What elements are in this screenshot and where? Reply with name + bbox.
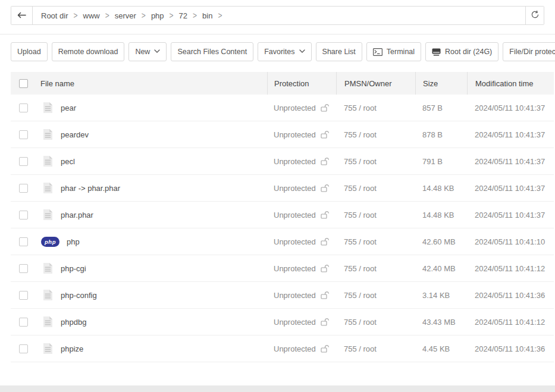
file-name-link[interactable]: phar -> phar.phar <box>61 184 120 193</box>
breadcrumb-separator-icon: > <box>142 11 146 20</box>
protection-cell: Unprotected <box>267 148 336 174</box>
unlock-icon[interactable] <box>321 158 330 165</box>
file-name-link[interactable]: phpize <box>61 344 83 353</box>
size-value: 4.45 KB <box>415 335 467 362</box>
chevron-down-icon <box>299 49 305 53</box>
breadcrumb-item-72[interactable]: 72 <box>179 11 187 20</box>
unlock-icon[interactable] <box>321 345 330 353</box>
back-button[interactable] <box>11 7 33 24</box>
modification-time-value: 2024/05/11 10:41:12 <box>467 255 554 281</box>
unlock-icon[interactable] <box>321 104 330 112</box>
new-button[interactable]: New <box>128 42 167 61</box>
file-row-phpdbg: phpdbgUnprotected755 / root43.43 MB2024/… <box>11 309 554 335</box>
protection-cell: Unprotected <box>267 121 336 148</box>
size-value: 14.48 KB <box>415 202 467 228</box>
share-list-button[interactable]: Share List <box>316 42 362 61</box>
unlock-icon[interactable] <box>321 238 330 246</box>
size-value: 43.43 MB <box>415 309 467 335</box>
breadcrumb: Root dir>www>server>php>72>bin> <box>33 7 525 24</box>
row-checkbox[interactable] <box>19 184 28 193</box>
file-name-cell: phpize <box>36 335 267 362</box>
upload-button[interactable]: Upload <box>11 42 48 61</box>
row-checkbox-cell <box>11 255 36 281</box>
file-name-link[interactable]: php-config <box>61 291 97 300</box>
unlock-icon[interactable] <box>321 291 330 299</box>
file-table: File name Protection PMSN/Owner Size Mod… <box>11 72 554 362</box>
file-name-cell: peardev <box>36 121 267 148</box>
toolbar: UploadRemote downloadNewSearch Files Con… <box>11 42 555 61</box>
protection-cell: Unprotected <box>267 309 336 335</box>
file-name-link[interactable]: phar.phar <box>61 211 93 219</box>
row-checkbox[interactable] <box>19 291 28 300</box>
breadcrumb-item-root-dir[interactable]: Root dir <box>41 11 68 20</box>
pmsn-owner-value: 755 / root <box>336 335 415 362</box>
breadcrumb-item-www[interactable]: www <box>83 11 100 20</box>
protection-cell: Unprotected <box>267 228 336 255</box>
row-checkbox[interactable] <box>19 264 28 273</box>
unlock-icon[interactable] <box>321 211 330 219</box>
protection-cell: Unprotected <box>267 95 336 121</box>
row-checkbox[interactable] <box>19 318 28 327</box>
search-files-content-button[interactable]: Search Files Content <box>171 42 253 61</box>
horizontal-scrollbar[interactable] <box>0 385 555 392</box>
modification-time-value: 2024/05/11 10:41:37 <box>467 148 554 174</box>
file-name-link[interactable]: php-cgi <box>61 264 86 273</box>
protection-status: Unprotected <box>274 184 316 193</box>
modification-time-value: 2024/05/11 10:41:36 <box>467 282 554 308</box>
row-checkbox[interactable] <box>19 237 28 246</box>
unlock-icon[interactable] <box>321 131 330 139</box>
button-label: Search Files Content <box>177 48 247 56</box>
breadcrumb-separator-icon: > <box>105 11 109 20</box>
button-label: Upload <box>17 48 41 56</box>
favorites-button[interactable]: Favorites <box>258 42 311 61</box>
unlock-icon[interactable] <box>321 318 330 326</box>
row-checkbox[interactable] <box>19 130 28 139</box>
pmsn-owner-value: 755 / root <box>336 121 415 148</box>
column-header-pmsn-owner[interactable]: PMSN/Owner <box>336 72 415 95</box>
column-header-file-name[interactable]: File name <box>36 72 267 95</box>
file-name-link[interactable]: php <box>67 237 80 246</box>
file-name-link[interactable]: phpdbg <box>61 318 86 327</box>
terminal-button[interactable]: Terminal <box>366 42 421 61</box>
breadcrumb-separator-icon: > <box>193 11 197 20</box>
file-name-cell: phar.phar <box>36 202 267 228</box>
file-name-link[interactable]: pear <box>61 104 76 112</box>
refresh-button[interactable] <box>525 7 544 24</box>
file-name-link[interactable]: pecl <box>61 157 75 166</box>
unlock-icon[interactable] <box>321 184 330 192</box>
modification-time-value: 2024/05/11 10:41:37 <box>467 202 554 228</box>
select-all-checkbox[interactable] <box>19 79 28 88</box>
protection-status: Unprotected <box>274 318 316 327</box>
file-row-phar-phar: phar.pharUnprotected755 / root14.48 KB20… <box>11 202 554 228</box>
breadcrumb-item-php[interactable]: php <box>151 11 164 20</box>
php-logo-icon: php <box>41 237 59 247</box>
row-checkbox-cell <box>11 148 36 174</box>
row-checkbox[interactable] <box>19 157 28 166</box>
column-header-size[interactable]: Size <box>415 72 467 95</box>
unlock-icon[interactable] <box>321 265 330 272</box>
remote-download-button[interactable]: Remote download <box>52 42 125 61</box>
button-label: New <box>135 48 150 56</box>
button-label: Root dir (24G) <box>445 48 492 56</box>
breadcrumb-separator-icon: > <box>170 11 174 20</box>
pmsn-owner-value: 755 / root <box>336 175 415 201</box>
protection-status: Unprotected <box>274 211 316 219</box>
column-header-protection[interactable]: Protection <box>267 72 336 95</box>
breadcrumb-separator-icon: > <box>218 11 222 20</box>
protection-status: Unprotected <box>274 264 316 273</box>
file-name-link[interactable]: peardev <box>61 130 89 139</box>
size-value: 42.40 MB <box>415 255 467 281</box>
file-dir-protection-button[interactable]: File/Dir protection <box>503 42 555 61</box>
row-checkbox-cell <box>11 335 36 362</box>
modification-time-value: 2024/05/11 10:41:36 <box>467 335 554 362</box>
breadcrumb-item-server[interactable]: server <box>115 11 136 20</box>
root-dir-24g-button[interactable]: Root dir (24G) <box>425 42 498 61</box>
file-row-phpize: phpizeUnprotected755 / root4.45 KB2024/0… <box>11 335 554 362</box>
file-icon <box>43 343 53 355</box>
breadcrumb-item-bin[interactable]: bin <box>202 11 212 20</box>
column-header-modification-time[interactable]: Modification time <box>467 72 554 95</box>
header-checkbox-cell <box>11 72 36 95</box>
row-checkbox[interactable] <box>19 211 28 219</box>
row-checkbox[interactable] <box>19 104 28 112</box>
row-checkbox[interactable] <box>19 344 28 353</box>
